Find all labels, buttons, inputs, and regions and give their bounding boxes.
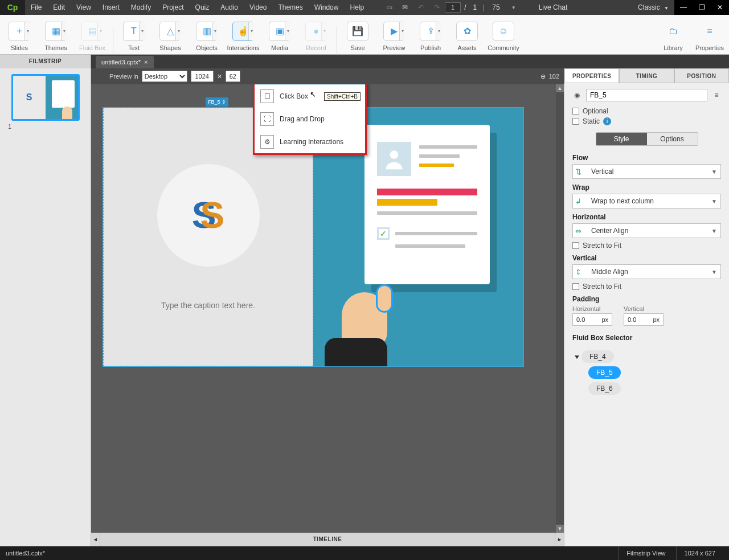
hand-illustration bbox=[325, 281, 393, 366]
menu-view[interactable]: View bbox=[71, 0, 97, 15]
dropdown-item-clickbox[interactable]: ☐Click BoxShift+Ctrl+B bbox=[255, 85, 365, 108]
window-maximize-icon[interactable]: ❐ bbox=[693, 0, 711, 15]
dropdown-arrow-icon: ▾ bbox=[61, 22, 67, 40]
community-button[interactable]: ☺Community bbox=[485, 15, 522, 55]
canvas-height-input[interactable] bbox=[226, 71, 240, 82]
zoom-dropdown-icon[interactable]: ▼ bbox=[506, 5, 522, 10]
wrap-select[interactable]: ↲Wrap to next column▼ bbox=[572, 194, 721, 209]
record-button[interactable]: ●▾Record bbox=[298, 15, 334, 55]
publish-label: Publish bbox=[420, 44, 441, 51]
themes-label: Themes bbox=[44, 44, 67, 51]
save-button[interactable]: 💾Save bbox=[339, 15, 376, 55]
window-minimize-icon[interactable]: — bbox=[674, 0, 693, 15]
vertical-select[interactable]: ⇕Middle Align▼ bbox=[572, 264, 721, 279]
info-icon[interactable]: i bbox=[603, 117, 611, 125]
redo-icon[interactable]: ↷ bbox=[429, 3, 445, 11]
themes-button[interactable]: ▦▾Themes bbox=[38, 15, 74, 55]
menu-modify[interactable]: Modify bbox=[125, 0, 157, 15]
options-subtab[interactable]: Options bbox=[647, 133, 698, 145]
object-name-input[interactable] bbox=[586, 89, 707, 101]
scroll-left-icon[interactable]: ◂ bbox=[91, 533, 100, 546]
vertical-scrollbar[interactable]: ▲ ▼ bbox=[556, 84, 564, 533]
fluidbox-label: Fluid Box bbox=[79, 44, 105, 51]
vertical-label: Vertical bbox=[572, 254, 721, 262]
menu-window[interactable]: Window bbox=[309, 0, 345, 15]
menu-file[interactable]: File bbox=[25, 0, 47, 15]
horizontal-select[interactable]: ⇔Center Align▼ bbox=[572, 223, 721, 238]
menu-themes[interactable]: Themes bbox=[272, 0, 308, 15]
live-chat-link[interactable]: Live Chat bbox=[533, 0, 574, 15]
menu-edit[interactable]: Edit bbox=[47, 0, 71, 15]
style-subtab[interactable]: Style bbox=[596, 133, 647, 145]
slide-thumbnail-1[interactable]: S bbox=[11, 74, 80, 121]
page-sep: / bbox=[461, 0, 469, 15]
undo-icon[interactable]: ↶ bbox=[413, 3, 429, 11]
dropdown-item-label: Drag and Drop bbox=[280, 115, 325, 123]
preview-in-label: Preview in bbox=[109, 73, 138, 80]
ruler-indicator-icon: ⊕ bbox=[540, 73, 546, 80]
menu-project[interactable]: Project bbox=[157, 0, 189, 15]
preview-button[interactable]: ▶▾Preview bbox=[376, 15, 412, 55]
wrap-label: Wrap bbox=[572, 183, 721, 191]
slides-button[interactable]: ＋▾Slides bbox=[1, 15, 38, 55]
optional-checkbox[interactable]: Optional bbox=[572, 107, 721, 115]
static-checkbox[interactable]: Statici bbox=[572, 117, 721, 125]
tab-position[interactable]: POSITION bbox=[674, 68, 729, 83]
canvas-width-input[interactable] bbox=[191, 71, 214, 82]
window-close-icon[interactable]: ✕ bbox=[711, 0, 729, 15]
stretch-v-checkbox[interactable]: Stretch to Fit bbox=[572, 283, 721, 291]
pad-v-input[interactable]: 0.0px bbox=[624, 313, 664, 326]
shapes-button[interactable]: △▾Shapes bbox=[152, 15, 189, 55]
record-icon: ●▾ bbox=[305, 22, 327, 41]
menu-audio[interactable]: Audio bbox=[215, 0, 244, 15]
scroll-down-icon[interactable]: ▼ bbox=[556, 525, 564, 533]
media-button[interactable]: ▣▾Media bbox=[261, 15, 298, 55]
fluidbox-button[interactable]: ▤▾Fluid Box bbox=[74, 15, 110, 55]
workspace-selector[interactable]: Classic ▼ bbox=[632, 0, 674, 15]
dropdown-item-draganddrop[interactable]: ⛶Drag and Drop bbox=[255, 108, 365, 130]
recent-icon[interactable]: ▭ bbox=[381, 3, 397, 11]
menu-help[interactable]: Help bbox=[344, 0, 370, 15]
interactions-icon: ☝▾ bbox=[232, 22, 254, 41]
flow-select[interactable]: ⇅Vertical▼ bbox=[572, 164, 721, 179]
mail-icon[interactable]: ✉ bbox=[397, 3, 413, 11]
page-current-input[interactable]: 1 bbox=[445, 2, 461, 13]
caption-placeholder[interactable]: Type the caption text here. bbox=[161, 301, 255, 310]
panel-menu-icon[interactable]: ≡ bbox=[712, 91, 721, 99]
fb-node-fb6[interactable]: FB_6 bbox=[588, 382, 621, 395]
menu-insert[interactable]: Insert bbox=[97, 0, 125, 15]
status-dims: 1024 x 627 bbox=[676, 546, 723, 560]
text-button[interactable]: T▾Text bbox=[116, 15, 152, 55]
interactions-button[interactable]: ☝▾Interactions bbox=[225, 15, 261, 55]
scroll-right-icon[interactable]: ▸ bbox=[555, 533, 564, 546]
dropdown-item-label: Click Box bbox=[280, 92, 308, 100]
fluidbox-badge[interactable]: FB_5 ⇕ bbox=[206, 97, 228, 107]
objects-button[interactable]: ▥▾Objects bbox=[189, 15, 225, 55]
page-total: 1 bbox=[470, 0, 481, 15]
scroll-up-icon[interactable]: ▲ bbox=[556, 84, 564, 92]
assets-button[interactable]: ✿Assets bbox=[449, 15, 485, 55]
menu-video[interactable]: Video bbox=[244, 0, 272, 15]
dropdown-item-label: Learning Interactions bbox=[280, 138, 343, 146]
horizontal-label: Horizontal bbox=[572, 213, 721, 221]
preview-mode-select[interactable]: Desktop bbox=[142, 71, 187, 82]
pad-h-input[interactable]: 0.0px bbox=[572, 313, 612, 326]
properties-button[interactable]: ≡Properties bbox=[691, 15, 728, 55]
tab-properties[interactable]: PROPERTIES bbox=[564, 68, 619, 83]
menu-bar: Cp File Edit View Insert Modify Project … bbox=[0, 0, 729, 15]
stretch-h-checkbox[interactable]: Stretch to Fit bbox=[572, 242, 721, 250]
fb-node-fb5[interactable]: FB_5 bbox=[588, 366, 621, 379]
tab-close-icon[interactable]: × bbox=[144, 59, 148, 66]
fb-node-fb4[interactable]: FB_4 bbox=[581, 350, 614, 363]
document-tab[interactable]: untitled3.cptx* × bbox=[96, 56, 154, 68]
library-button[interactable]: 🗀Library bbox=[655, 15, 691, 55]
visibility-toggle-icon[interactable]: ◉ bbox=[572, 91, 581, 99]
zoom-value[interactable]: 75 bbox=[486, 0, 505, 15]
publish-button[interactable]: ⇪▾Publish bbox=[412, 15, 449, 55]
menu-quiz[interactable]: Quiz bbox=[190, 0, 215, 15]
tree-expand-icon[interactable] bbox=[575, 355, 579, 359]
library-icon: 🗀 bbox=[662, 22, 684, 41]
tab-timing[interactable]: TIMING bbox=[619, 68, 674, 83]
dropdown-item-learning[interactable]: ⚙Learning Interactions bbox=[255, 130, 365, 153]
timeline-panel-header[interactable]: ◂ TIMELINE ▸ bbox=[91, 533, 564, 546]
